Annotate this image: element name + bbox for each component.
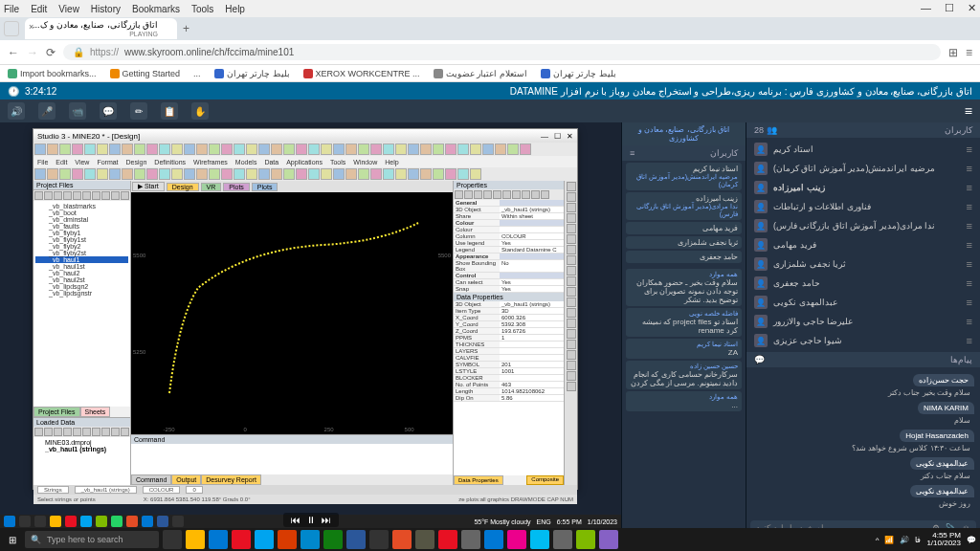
user-list-item[interactable]: ≡فناوری اطلاعات و ارتباطات👤 [746, 197, 980, 216]
maximize-button[interactable]: ☐ [945, 2, 954, 14]
toolbar-icon[interactable] [408, 143, 419, 155]
toolbar-icon[interactable] [134, 168, 145, 180]
toolbar-icon[interactable] [395, 168, 407, 180]
user-list-item[interactable]: ≡استاد کریم👤 [746, 140, 980, 159]
panel-toolbar-icon[interactable] [464, 190, 473, 199]
toolbar-icon[interactable] [395, 143, 407, 155]
toolbar-icon[interactable] [246, 168, 257, 180]
panel-toolbar-icon[interactable] [54, 191, 62, 200]
toolbar-icon[interactable] [122, 168, 133, 180]
file-tree-item[interactable]: _vb_lipdsgnstr [35, 290, 128, 297]
side-toolbar-icon[interactable] [567, 203, 576, 212]
plot-tab-vr[interactable]: VR [201, 183, 222, 191]
file-tree-item[interactable]: _vb_flyby1 [35, 230, 128, 236]
toolbar-icon[interactable] [47, 168, 58, 180]
studio-menu-item[interactable]: View [75, 159, 89, 165]
data-property-row[interactable]: LAYERS [454, 348, 564, 355]
menu-help[interactable]: Help [225, 4, 245, 14]
app-icon[interactable] [461, 530, 480, 549]
toolbar-icon[interactable] [209, 168, 220, 180]
plot-area[interactable]: 5500 5250 -250 0 250 500 5500 [131, 192, 453, 434]
property-row[interactable]: Can selectYes [454, 279, 564, 286]
side-toolbar-icon[interactable] [567, 245, 576, 254]
studio-menu-item[interactable]: Applications [286, 159, 323, 165]
toolbar-icon[interactable] [445, 168, 457, 180]
panel-toolbar-icon[interactable] [121, 428, 129, 436]
prev-button[interactable]: ⏮ [291, 515, 301, 525]
plot-tab-plots2[interactable]: Plots [252, 183, 278, 191]
bookmark-item[interactable]: Getting Started [110, 69, 181, 78]
toolbar-icon[interactable] [271, 143, 282, 155]
panel-toolbar-icon[interactable] [44, 191, 53, 200]
side-toolbar-icon[interactable] [567, 298, 576, 307]
toolbar-icon[interactable] [507, 143, 519, 155]
panel-toolbar-icon[interactable] [541, 190, 549, 199]
app-icon[interactable] [553, 530, 572, 549]
property-row[interactable]: ShareWithin sheet [454, 213, 564, 220]
toolbar-icon[interactable] [296, 143, 307, 155]
data-property-row[interactable]: THICKNES [454, 342, 564, 348]
bookmark-item[interactable]: ... [193, 69, 201, 78]
user-list-item[interactable]: ≡حامد جعفری👤 [746, 274, 980, 293]
studio-menu-item[interactable]: File [37, 159, 48, 165]
firefox-icon[interactable] [232, 530, 251, 549]
chrome-icon[interactable] [255, 530, 274, 549]
file-tree-item[interactable]: _vb_haul1st [35, 263, 128, 270]
user-list-item[interactable]: ≡ثریا نجفی شلمزاری👤 [746, 254, 980, 274]
studio-minimize[interactable]: — [541, 132, 548, 141]
app-icon[interactable] [438, 530, 457, 549]
app-icon[interactable] [576, 530, 595, 549]
studio-menu-item[interactable]: Format [97, 159, 118, 165]
user-list-item[interactable]: ≡فرید مهامی👤 [746, 235, 980, 254]
toolbar-icon[interactable] [97, 168, 108, 180]
data-property-row[interactable]: CALVFIE [454, 355, 564, 362]
toolbar-icon[interactable] [159, 143, 170, 155]
browser-tab[interactable]: × اتاق بازرگانی، صنایع، معادن و ک... PLA… [25, 18, 177, 39]
bookmark-item[interactable]: XEROX WORKCENTRE ... [303, 69, 420, 78]
data-property-row[interactable]: Length1014.982108062 [454, 388, 564, 395]
app-icon[interactable] [369, 530, 389, 549]
status-field[interactable]: COLOUR [143, 486, 181, 494]
toolbar-icon[interactable] [72, 168, 83, 180]
new-tab-button[interactable]: + [183, 22, 189, 35]
data-property-row[interactable]: No. of Points463 [454, 382, 564, 388]
toolbar-icon[interactable] [345, 143, 357, 155]
panel-toolbar-icon[interactable] [111, 428, 120, 436]
toolbar-icon[interactable] [358, 168, 369, 180]
side-toolbar-icon[interactable] [567, 340, 576, 349]
toolbar-icon[interactable] [308, 168, 320, 180]
data-property-row[interactable]: BLOCKER [454, 375, 564, 382]
side-toolbar-icon[interactable] [567, 382, 576, 391]
plot-tab-start[interactable]: ▶ Start [132, 182, 165, 191]
studio-menu-item[interactable]: Help [385, 159, 398, 165]
toolbar-icon[interactable] [345, 168, 357, 180]
toolbar-icon[interactable] [408, 168, 419, 180]
toolbar-icon[interactable] [333, 168, 345, 180]
panel-toolbar-icon[interactable] [63, 428, 72, 436]
property-row[interactable]: Colour [454, 227, 564, 233]
tab-desurvey[interactable]: Desurvey Report [201, 474, 261, 485]
toolbar-icon[interactable] [221, 143, 233, 155]
studio-menu-item[interactable]: Window [353, 159, 377, 165]
app-icon[interactable] [484, 530, 503, 549]
panel-toolbar-icon[interactable] [82, 428, 91, 436]
toolbar-icon[interactable] [321, 168, 332, 180]
shield-icon[interactable] [4, 21, 19, 36]
chat-header-icon[interactable]: 💬 [754, 355, 765, 364]
toolbar-icon[interactable] [34, 168, 46, 180]
toolbar-icon[interactable] [321, 143, 332, 155]
tray-chevron-icon[interactable]: ^ [876, 536, 880, 544]
loaded-item[interactable]: MINE03.dmproj [35, 439, 128, 446]
user-list-item[interactable]: ≡ندا مرادی(مدیر آموزش اتاق بازرگانی فارس… [746, 216, 980, 235]
file-tree-item[interactable]: _vb_faults [35, 223, 128, 230]
side-toolbar-icon[interactable] [567, 234, 576, 244]
menu-view[interactable]: View [58, 4, 79, 14]
edge-icon[interactable] [209, 530, 228, 549]
toolbar-icon[interactable] [159, 168, 170, 180]
toolbar-icon[interactable] [283, 143, 295, 155]
taskbar-search[interactable]: 🔍 Type here to search [25, 531, 159, 548]
extensions-icon[interactable]: ⊞ [948, 46, 958, 59]
toolbar-icon[interactable] [308, 143, 320, 155]
bars-icon[interactable]: ≡ [630, 148, 635, 158]
user-list-item[interactable]: ≡عبدالمهدی نکویی👤 [746, 293, 980, 312]
